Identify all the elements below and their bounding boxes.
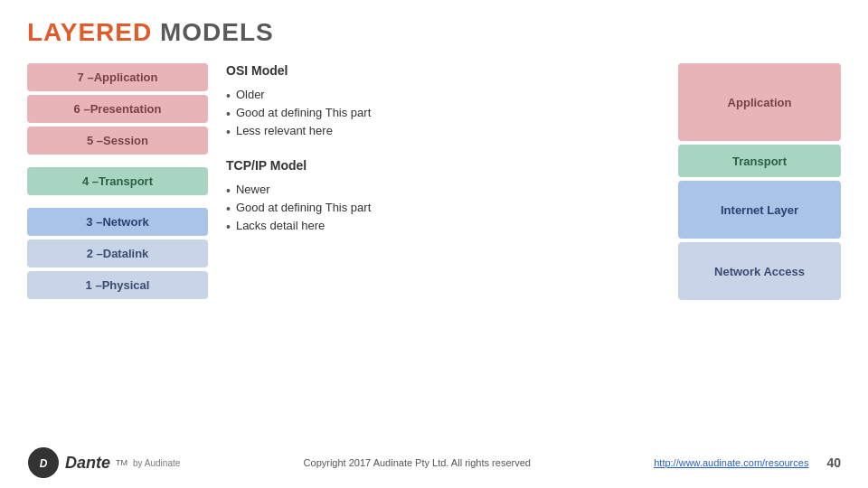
logo-text: Dante: [65, 454, 110, 473]
footer-sub: by Audinate: [133, 458, 180, 468]
tcpip-layer-inet: Internet Layer: [678, 181, 841, 239]
dante-logo-icon: D: [27, 446, 60, 479]
footer-right: http://www.audinate.com/resources 40: [654, 455, 841, 470]
osi-bullet-list: Older Good at defining This part Less re…: [226, 87, 660, 142]
osi-layer-3: 3 –Network: [27, 208, 208, 236]
tcpip-layer-netacc: Network Access: [678, 242, 841, 300]
osi-gap-upper: [27, 158, 208, 164]
footer-logo-area: D Dante TM by Audinate: [27, 446, 180, 479]
footer-copyright: Copyright 2017 Audinate Pty Ltd. All rig…: [304, 457, 531, 468]
osi-bullet-1: Older: [226, 87, 660, 105]
tcpip-bullet-2: Good at defining This part: [226, 200, 660, 218]
osi-model-title: OSI Model: [226, 63, 660, 78]
slide-title: LAYERED MODELS: [27, 18, 274, 46]
slide-header: LAYERED MODELS: [27, 18, 841, 47]
tcpip-column: Application Transport Internet Layer Net…: [678, 63, 841, 300]
osi-layer-2: 2 –Datalink: [27, 239, 208, 267]
slide-footer: D Dante TM by Audinate Copyright 2017 Au…: [27, 446, 841, 479]
osi-layer-5: 5 –Session: [27, 127, 208, 155]
slide: LAYERED MODELS 7 –Application 6 –Present…: [0, 0, 868, 488]
osi-layer-7: 7 –Application: [27, 63, 208, 91]
osi-layer-6: 6 –Presentation: [27, 95, 208, 123]
footer-page-number: 40: [826, 455, 841, 470]
osi-bullet-3: Less relevant here: [226, 123, 660, 141]
tcpip-section: TCP/IP Model Newer Good at defining This…: [226, 158, 660, 237]
osi-section: OSI Model Older Good at defining This pa…: [226, 63, 660, 142]
tcpip-layer-trans: Transport: [678, 145, 841, 177]
tcpip-bullet-3: Lacks detail here: [226, 218, 660, 236]
tcpip-layer-app: Application: [678, 63, 841, 141]
tcpip-model-title: TCP/IP Model: [226, 158, 660, 173]
title-models: MODELS: [160, 18, 274, 46]
footer-link[interactable]: http://www.audinate.com/resources: [654, 457, 808, 468]
svg-text:D: D: [40, 457, 48, 470]
osi-layer-4: 4 –Transport: [27, 167, 208, 195]
osi-column: 7 –Application 6 –Presentation 5 –Sessio…: [27, 63, 208, 299]
osi-bullet-2: Good at defining This part: [226, 105, 660, 123]
middle-column: OSI Model Older Good at defining This pa…: [226, 63, 660, 236]
title-layered: LAYERED: [27, 18, 152, 46]
osi-layer-1: 1 –Physical: [27, 271, 208, 299]
logo-tm: TM: [116, 458, 127, 467]
osi-gap-middle: [27, 199, 208, 204]
tcpip-bullet-1: Newer: [226, 182, 660, 200]
main-content: 7 –Application 6 –Presentation 5 –Sessio…: [27, 63, 841, 439]
tcpip-bullet-list: Newer Good at defining This part Lacks d…: [226, 182, 660, 237]
